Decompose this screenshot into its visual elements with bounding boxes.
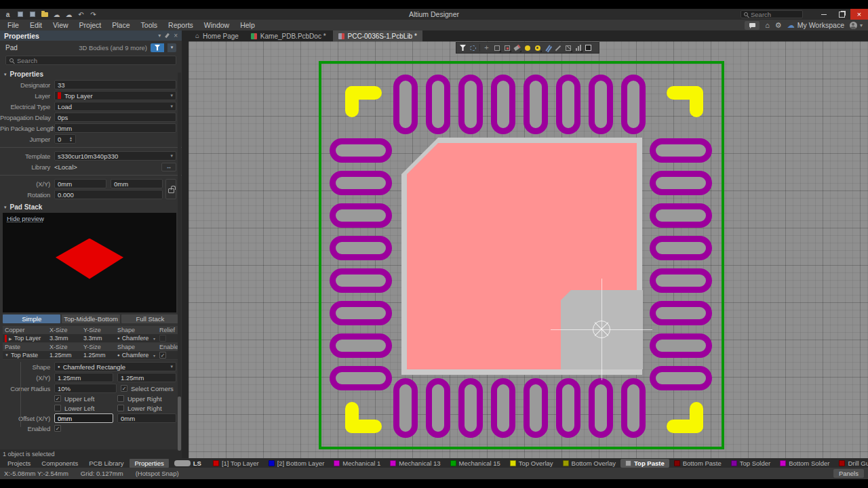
- perimeter-pad[interactable]: [458, 378, 483, 438]
- menu-edit[interactable]: Edit: [25, 20, 47, 30]
- perimeter-pad[interactable]: [524, 378, 548, 438]
- home-icon[interactable]: ⌂: [765, 22, 770, 29]
- panel-tab-properties[interactable]: Properties: [130, 459, 168, 468]
- layer-tab-mechanical-13[interactable]: Mechanical 13: [385, 459, 445, 468]
- undo-icon[interactable]: ↶: [77, 11, 85, 18]
- relief-checkbox[interactable]: [159, 335, 166, 342]
- rotation-field[interactable]: 0.000: [54, 190, 163, 199]
- perimeter-pad[interactable]: [589, 378, 613, 438]
- layer-select[interactable]: Top Layer▾: [54, 91, 176, 100]
- perimeter-pad[interactable]: [589, 75, 613, 134]
- upper-right-checkbox[interactable]: [117, 395, 124, 402]
- size-y-field[interactable]: 1.25mm: [117, 373, 176, 382]
- panel-chevron-icon[interactable]: ▾: [158, 33, 161, 39]
- copper-x-size[interactable]: 3.3mm: [47, 335, 81, 342]
- redo-icon[interactable]: ↷: [90, 11, 97, 18]
- panel-search-input[interactable]: Search: [5, 56, 176, 65]
- hide-preview-link[interactable]: Hide preview: [7, 215, 44, 222]
- panel-scrollbar[interactable]: [178, 73, 181, 449]
- cloud-status-icon[interactable]: ☁: [65, 11, 73, 18]
- altium-logo-icon[interactable]: a: [4, 11, 12, 18]
- perimeter-pad[interactable]: [650, 366, 712, 390]
- perimeter-pad[interactable]: [330, 366, 392, 390]
- layer-tab-top-overlay[interactable]: Top Overlay: [505, 459, 558, 468]
- offset-x-field[interactable]: 0mm: [54, 413, 113, 423]
- layer-set-chip[interactable]: [174, 460, 191, 466]
- perimeter-pad[interactable]: [650, 236, 712, 260]
- filter-button[interactable]: [151, 43, 164, 52]
- layer-tab-1-top-layer[interactable]: [1] Top Layer: [208, 459, 264, 468]
- perimeter-pad[interactable]: [650, 268, 712, 293]
- propagation-delay-field[interactable]: 0ps: [54, 113, 176, 122]
- move-icon[interactable]: +: [482, 43, 491, 52]
- route-icon[interactable]: [543, 43, 552, 52]
- cloud-sync-icon[interactable]: ☁: [53, 11, 60, 18]
- menu-window[interactable]: Window: [199, 20, 234, 30]
- perimeter-pad[interactable]: [556, 378, 580, 438]
- perimeter-pad[interactable]: [330, 171, 392, 195]
- mode-tab-full-stack[interactable]: Full Stack: [121, 314, 179, 323]
- perimeter-pad[interactable]: [650, 138, 712, 163]
- filter-icon[interactable]: [458, 43, 467, 52]
- perimeter-pad[interactable]: [330, 203, 392, 228]
- perimeter-pad[interactable]: [621, 378, 646, 438]
- copper-y-size[interactable]: 3.3mm: [81, 335, 115, 342]
- layer-set-button[interactable]: LS: [193, 460, 201, 467]
- perimeter-pad[interactable]: [621, 75, 646, 134]
- section-pad-stack[interactable]: ▾ Pad Stack: [0, 201, 182, 213]
- layer-tab-mechanical-15[interactable]: Mechanical 15: [446, 459, 505, 468]
- offset-y-field[interactable]: 0mm: [117, 413, 176, 423]
- paste-x-size[interactable]: 1.25mm: [47, 352, 81, 359]
- comments-button[interactable]: [745, 21, 760, 30]
- corner-marker-bottom-right[interactable]: [690, 402, 703, 433]
- panel-tab-components[interactable]: Components: [37, 459, 83, 468]
- perimeter-pad[interactable]: [426, 378, 450, 438]
- perimeter-pad[interactable]: [393, 378, 418, 438]
- filter-dropdown-button[interactable]: ▾: [167, 43, 176, 52]
- upper-left-checkbox[interactable]: [54, 395, 61, 402]
- library-link-button[interactable]: ↔: [161, 163, 176, 171]
- spinner-arrows-icon[interactable]: ▲▼: [69, 136, 73, 142]
- expand-arrow-icon[interactable]: ▶: [9, 336, 12, 341]
- menu-file[interactable]: File: [3, 20, 24, 30]
- menu-tools[interactable]: Tools: [136, 20, 163, 30]
- my-workspace-button[interactable]: ☁ My Workspace: [787, 21, 844, 29]
- copper-shape-select[interactable]: ●Chamfere▾: [115, 335, 157, 342]
- layer-tab-mechanical-1[interactable]: Mechanical 1: [329, 459, 385, 468]
- shape-select[interactable]: ●Chamfered Rectangle▾: [54, 362, 176, 371]
- size-x-field[interactable]: 1.25mm: [54, 373, 113, 382]
- minimize-button[interactable]: [815, 9, 833, 20]
- menu-reports[interactable]: Reports: [163, 20, 198, 30]
- layer-tab-bottom-overlay[interactable]: Bottom Overlay: [558, 459, 620, 468]
- perimeter-pad[interactable]: [330, 333, 392, 358]
- perimeter-pad[interactable]: [491, 75, 515, 134]
- jumper-stepper[interactable]: 0▲▼: [54, 134, 76, 144]
- pcb-editor-canvas[interactable]: +: [189, 41, 868, 458]
- template-select[interactable]: s330cur10m340p330▾: [54, 151, 176, 161]
- perimeter-pad[interactable]: [330, 301, 392, 325]
- lower-left-checkbox[interactable]: [54, 405, 61, 411]
- menu-place[interactable]: Place: [107, 20, 134, 30]
- panel-tab-projects[interactable]: Projects: [3, 459, 35, 468]
- location-y-field[interactable]: 0mm: [111, 179, 163, 188]
- layer-tab-bottom-paste[interactable]: Bottom Paste: [669, 459, 726, 468]
- location-lock-button[interactable]: [165, 179, 176, 199]
- global-search-input[interactable]: Search: [741, 10, 803, 18]
- user-menu-button[interactable]: ▾: [850, 22, 863, 29]
- perimeter-pad[interactable]: [393, 75, 418, 134]
- layer-tab-2-bottom-layer[interactable]: [2] Bottom Layer: [264, 459, 330, 468]
- perimeter-pad[interactable]: [458, 75, 483, 134]
- pin-icon[interactable]: [165, 33, 170, 38]
- layer-tab-top-solder[interactable]: Top Solder: [726, 459, 775, 468]
- doc-tab-home[interactable]: ⌂Home Page: [190, 30, 244, 41]
- section-properties[interactable]: ▾ Properties: [0, 68, 182, 80]
- perimeter-pad[interactable]: [491, 378, 515, 438]
- place-pad-icon[interactable]: [523, 43, 532, 52]
- copper-top-layer-row[interactable]: ▶Top Layer 3.3mm 3.3mm ●Chamfere▾: [3, 334, 179, 343]
- place-via-icon[interactable]: [533, 43, 542, 52]
- panel-tab-pcb-library[interactable]: PCB Library: [84, 459, 128, 468]
- doc-tab-pcblib[interactable]: PCC-0036S-1.PcbLib *: [333, 30, 422, 41]
- place-component-icon[interactable]: [502, 43, 511, 52]
- corner-marker-bottom-left[interactable]: [345, 402, 359, 433]
- perimeter-pad[interactable]: [330, 236, 392, 260]
